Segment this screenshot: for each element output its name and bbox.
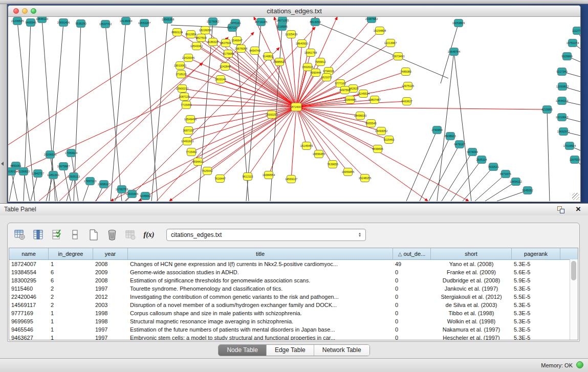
- network-node-yellow[interactable]: 10807487: [368, 96, 381, 104]
- column-header-in_degree[interactable]: in_degree: [49, 248, 93, 259]
- network-canvas[interactable]: 8860123891295418226058982750910543342818…: [8, 17, 580, 201]
- network-node-yellow[interactable]: 16245514: [357, 90, 369, 98]
- network-node-teal[interactable]: 9329966: [561, 53, 572, 60]
- collapse-arrow-icon[interactable]: [1, 162, 4, 166]
- new-table-icon[interactable]: [88, 229, 100, 241]
- network-node-yellow[interactable]: 26676068: [235, 45, 247, 53]
- network-node-teal[interactable]: 17359924: [65, 149, 77, 157]
- table-row[interactable]: 946554611997Estimation of the future num…: [9, 325, 578, 334]
- network-node-teal[interactable]: 7957224: [227, 24, 237, 32]
- scrollbar-thumb[interactable]: [571, 261, 576, 280]
- network-node-yellow[interactable]: 14569117: [285, 176, 297, 183]
- network-node-yellow[interactable]: 9827509: [195, 34, 206, 42]
- network-node-teal[interactable]: 10654112: [510, 178, 522, 186]
- network-node-teal[interactable]: 15751074: [567, 39, 579, 47]
- table-settings-icon[interactable]: [14, 229, 26, 241]
- network-node-yellow[interactable]: 11325419: [285, 31, 297, 38]
- network-node-yellow[interactable]: 16154808: [374, 27, 386, 35]
- network-node-yellow[interactable]: 7639655: [327, 161, 338, 168]
- network-node-teal[interactable]: 2740954: [431, 126, 442, 134]
- network-node-yellow[interactable]: 6497568: [339, 86, 350, 94]
- network-node-teal[interactable]: 9218586: [276, 23, 287, 31]
- network-node-yellow[interactable]: 16556455: [313, 150, 325, 158]
- column-header-short[interactable]: short: [431, 248, 512, 259]
- network-node-yellow[interactable]: 7625442: [202, 167, 212, 175]
- network-node-teal[interactable]: 10719185: [255, 18, 267, 26]
- control-panel-splitter[interactable]: [0, 4, 7, 203]
- function-builder-icon[interactable]: f(x): [143, 229, 155, 241]
- network-node-yellow[interactable]: 2803144: [215, 76, 226, 83]
- column-header-out_de[interactable]: △out_de...: [393, 248, 431, 259]
- network-node-teal[interactable]: 20387682: [365, 17, 378, 23]
- network-node-teal[interactable]: 13444133: [556, 97, 568, 105]
- network-node-yellow[interactable]: 7955812: [315, 58, 325, 66]
- tab-node-table[interactable]: Node Table: [219, 345, 267, 356]
- network-node-teal[interactable]: 3919010: [8, 168, 17, 176]
- network-node-teal[interactable]: 16053809: [452, 19, 465, 27]
- network-node-teal[interactable]: 11156823: [17, 168, 30, 176]
- network-node-yellow[interactable]: 7715462: [186, 148, 197, 156]
- network-node-yellow[interactable]: 18496030: [354, 112, 366, 120]
- network-node-teal[interactable]: 21206535: [11, 17, 24, 25]
- network-node-yellow[interactable]: 8912954: [185, 31, 196, 38]
- network-node-teal[interactable]: 15276062: [207, 18, 219, 26]
- table-row[interactable]: 969969511998Structural magnetic resonanc…: [9, 317, 578, 325]
- network-node-teal[interactable]: 9245662: [140, 192, 150, 200]
- network-node-teal[interactable]: 20206535: [44, 151, 56, 159]
- network-node-teal[interactable]: 9474444: [467, 148, 477, 156]
- network-node-yellow[interactable]: 8990444: [310, 69, 321, 77]
- network-node-teal[interactable]: 11451341: [47, 171, 59, 179]
- network-node-yellow[interactable]: 12975115: [402, 82, 414, 90]
- network-node-teal[interactable]: 6479197: [454, 141, 465, 148]
- network-node-teal[interactable]: 1167533: [569, 156, 580, 164]
- network-node-teal[interactable]: 8813054: [310, 18, 320, 26]
- cell-split-icon[interactable]: [69, 229, 81, 241]
- network-node-teal[interactable]: 12505113: [68, 173, 80, 181]
- network-window[interactable]: citations_edges.txt 88601238912954182260…: [8, 5, 581, 202]
- network-node-yellow[interactable]: 10549496: [184, 116, 197, 123]
- table-row[interactable]: 1830029562008Estimation of significance …: [9, 276, 578, 285]
- table-row[interactable]: 1872400712008Changes of HCN gene express…: [9, 260, 578, 268]
- network-window-titlebar[interactable]: citations_edges.txt: [8, 6, 580, 17]
- table-row[interactable]: 2242004622012Investigating the contribut…: [9, 293, 578, 301]
- network-node-teal[interactable]: 10975887: [57, 163, 70, 170]
- network-node-yellow[interactable]: 7616447: [214, 175, 225, 183]
- network-node-teal[interactable]: 1112755: [572, 27, 580, 35]
- network-node-yellow[interactable]: 15493052: [375, 127, 387, 135]
- column-visibility-icon[interactable]: [32, 229, 45, 241]
- network-node-yellow[interactable]: 9146821: [263, 53, 273, 60]
- column-header-title[interactable]: title: [128, 248, 393, 259]
- network-node-teal[interactable]: 10553287: [138, 19, 150, 27]
- network-node-yellow[interactable]: 7485083: [400, 68, 411, 76]
- network-node-yellow[interactable]: 7715456: [181, 101, 191, 109]
- network-node-teal[interactable]: 19692971: [557, 128, 570, 136]
- table-row[interactable]: 1456911722003Disruption of a novel membe…: [9, 301, 578, 309]
- network-node-teal[interactable]: 20691406: [57, 19, 70, 27]
- network-node-teal[interactable]: 10958107: [98, 181, 110, 188]
- network-node-teal[interactable]: 12920346: [126, 190, 138, 198]
- delete-table-icon[interactable]: [106, 229, 118, 241]
- network-node-yellow[interactable]: 18300295: [266, 111, 278, 119]
- network-node-teal[interactable]: 12942737: [32, 170, 44, 178]
- network-node-yellow[interactable]: 15885520: [273, 58, 286, 66]
- network-node-teal[interactable]: 12093822: [556, 83, 569, 91]
- network-node-teal[interactable]: 8471676: [500, 170, 511, 178]
- network-node-teal[interactable]: 7632621: [488, 163, 498, 171]
- table-row[interactable]: 946362711997Embryonic stem cells: a mode…: [9, 334, 578, 340]
- network-node-yellow[interactable]: 8860123: [171, 29, 182, 36]
- table-scrollbar[interactable]: [570, 259, 578, 340]
- tab-network-table[interactable]: Network Table: [314, 345, 369, 356]
- network-node-teal[interactable]: 19565358: [162, 17, 174, 24]
- network-node-yellow[interactable]: 10900212: [176, 85, 188, 93]
- network-node-teal[interactable]: 9245052: [522, 187, 533, 194]
- network-node-yellow[interactable]: 22420046: [182, 54, 194, 62]
- network-node-yellow[interactable]: 15248155: [359, 174, 371, 182]
- network-node-yellow[interactable]: 19384554: [263, 171, 275, 179]
- network-node-yellow[interactable]: 2718120: [176, 71, 186, 78]
- network-node-yellow[interactable]: 9699695: [372, 145, 383, 153]
- network-node-yellow[interactable]: 9175685: [223, 50, 233, 58]
- column-header-name[interactable]: name: [9, 248, 49, 259]
- close-icon[interactable]: ×: [576, 204, 581, 214]
- network-node-teal[interactable]: 16210643: [556, 114, 568, 121]
- table-row[interactable]: 977716911998Corpus callosum shape and si…: [9, 309, 578, 317]
